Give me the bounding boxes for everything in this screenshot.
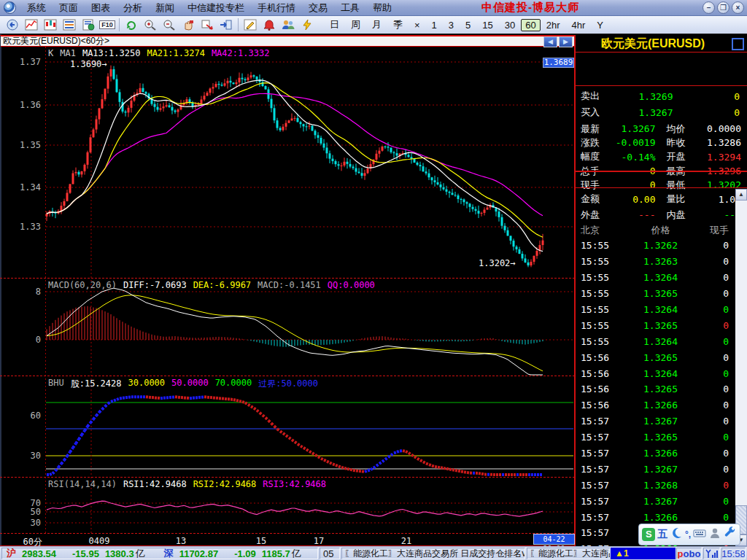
- period-60[interactable]: 60: [521, 19, 540, 31]
- tick-time: 15:55: [576, 256, 626, 267]
- period-Y[interactable]: Y: [591, 19, 609, 31]
- menu-item-图表[interactable]: 图表: [85, 0, 117, 16]
- period-1[interactable]: 1: [426, 19, 443, 31]
- wrench-icon[interactable]: [724, 526, 737, 542]
- chart-canvas[interactable]: [0, 34, 575, 546]
- stat-value: -0.14%: [607, 152, 662, 163]
- period-周[interactable]: 周: [345, 18, 366, 32]
- menu-item-工具[interactable]: 工具: [334, 0, 366, 16]
- toolbar-icon-line-chart[interactable]: [22, 17, 41, 34]
- period-3[interactable]: 3: [443, 19, 460, 31]
- tick-volume: 0: [695, 304, 735, 315]
- tick-header-col: 北京: [576, 224, 626, 237]
- menu-item-手机行情[interactable]: 手机行情: [251, 0, 302, 16]
- toolbar-icons: F10: [3, 17, 317, 34]
- bid-row: 买入1.32670: [576, 104, 747, 120]
- tick-list[interactable]: 15:551.3262015:551.3263015:551.3264015:5…: [576, 238, 735, 560]
- tick-row: 15:571.32670: [576, 413, 735, 429]
- user-icon[interactable]: [708, 526, 721, 542]
- menu-item-系统[interactable]: 系统: [20, 0, 53, 16]
- tick-volume: 0: [695, 432, 735, 443]
- minimize-button[interactable]: –: [703, 1, 715, 14]
- separator-line: [0, 477, 575, 478]
- toolbar-icon-f10[interactable]: F10: [98, 17, 117, 34]
- menu-item-页面[interactable]: 页面: [53, 0, 85, 16]
- stats-row: 涨跌-0.0019昨收1.3286: [576, 136, 747, 149]
- punctuation-icon[interactable]: °,: [685, 529, 691, 540]
- panel-maximize-icon[interactable]: [732, 38, 744, 50]
- menu-item-交易[interactable]: 交易: [302, 0, 334, 16]
- kline-legend-item: MA1: [60, 48, 76, 58]
- menu-item-新闻[interactable]: 新闻: [149, 0, 181, 16]
- tick-price: 1.3265: [626, 384, 695, 394]
- separator-line: [575, 171, 747, 172]
- close-button[interactable]: ×: [732, 1, 744, 14]
- toolbar-icon-report[interactable]: [79, 17, 98, 34]
- period-30[interactable]: 30: [499, 19, 521, 31]
- moon-icon[interactable]: [670, 526, 683, 542]
- macd-legend-item: DIFF:-7.0693: [123, 280, 187, 290]
- inout-label: 内盘: [662, 209, 693, 222]
- menu-item-中信建投专栏[interactable]: 中信建投专栏: [181, 0, 251, 16]
- sh-label: 沪: [7, 548, 16, 559]
- y-axis-label: 60: [3, 411, 41, 421]
- tick-volume: 0: [695, 496, 735, 507]
- sz-amount: 1185.7: [262, 548, 290, 559]
- wubi-icon[interactable]: 五: [657, 528, 667, 541]
- tick-row: 15:551.32620: [576, 238, 735, 254]
- period-月[interactable]: 月: [366, 18, 387, 32]
- kline-legend-item: K: [48, 48, 53, 58]
- brand-p: p: [678, 548, 684, 559]
- price: 1.3269: [611, 91, 700, 102]
- period-2hr[interactable]: 2hr: [541, 19, 566, 31]
- toolbar-icon-users[interactable]: [279, 17, 298, 34]
- toolbar-icon-window-jump[interactable]: [217, 17, 236, 34]
- tick-time: 15:57: [576, 448, 626, 459]
- period-5[interactable]: 5: [460, 19, 476, 31]
- tick-header-col: 现手: [695, 224, 735, 237]
- tick-volume: 0: [695, 256, 735, 267]
- volume: 0: [700, 91, 747, 102]
- restore-button[interactable]: ❐: [717, 1, 729, 14]
- tick-row: 15:571.32680: [576, 477, 735, 493]
- window-title: 中信建投-博易大师: [446, 1, 614, 15]
- tick-volume: 0: [695, 240, 735, 251]
- toolbar-icon-refresh[interactable]: [122, 17, 141, 34]
- toolbar-icon-zoom-in[interactable]: [141, 17, 160, 34]
- clock: 15:58: [721, 548, 746, 559]
- period-15[interactable]: 15: [476, 19, 498, 31]
- tick-volume: 0: [695, 480, 735, 491]
- tick-price: 1.3264: [626, 304, 695, 315]
- ime-toolbar[interactable]: S五°,: [638, 524, 740, 545]
- toolbar-icon-draw[interactable]: [241, 17, 260, 34]
- brand-pobo: pobo: [676, 548, 702, 559]
- period-×[interactable]: ×: [409, 19, 426, 31]
- tick-volume: 0: [695, 352, 735, 363]
- tick-row: 15:551.32640: [576, 270, 735, 286]
- period-季[interactable]: 季: [387, 18, 409, 32]
- quote-scrollbar[interactable]: ▲ ▼: [735, 189, 747, 546]
- stat-cell: 最新1.3267: [576, 122, 662, 136]
- menu-item-帮助[interactable]: 帮助: [366, 0, 398, 16]
- toolbar-icon-kline-chart[interactable]: [41, 17, 60, 34]
- menu-item-分析[interactable]: 分析: [117, 0, 149, 16]
- tick-price: 1.3266: [626, 400, 695, 411]
- tick-time: 15:57: [576, 512, 626, 523]
- tick-time: 15:57: [576, 480, 626, 491]
- sogou-icon[interactable]: S: [642, 528, 655, 541]
- keyboard-icon[interactable]: [693, 526, 706, 542]
- rhv-legend-item: 70.0000: [215, 378, 252, 390]
- period-日[interactable]: 日: [324, 18, 345, 32]
- statusbar: 沪 2983.54 -15.95 1380.3 亿 深 11702.87 -1.…: [0, 546, 747, 560]
- toolbar-icon-zoom-out[interactable]: [160, 17, 179, 34]
- toolbar-icon-back[interactable]: [3, 17, 22, 34]
- toolbar-icon-lightning[interactable]: [298, 17, 317, 34]
- toolbar-icon-drag-hand[interactable]: [179, 17, 198, 34]
- toolbar-icon-alarm[interactable]: [260, 17, 279, 34]
- scroll-up-icon[interactable]: ▲: [735, 189, 747, 201]
- period-4hr[interactable]: 4hr: [566, 19, 592, 31]
- toolbar-icon-window-switch[interactable]: [198, 17, 217, 34]
- high-annotation: 1.3690→: [70, 59, 107, 69]
- stat-cell: 开盘1.3294: [662, 150, 747, 163]
- toolbar-icon-quote-list[interactable]: [60, 17, 79, 34]
